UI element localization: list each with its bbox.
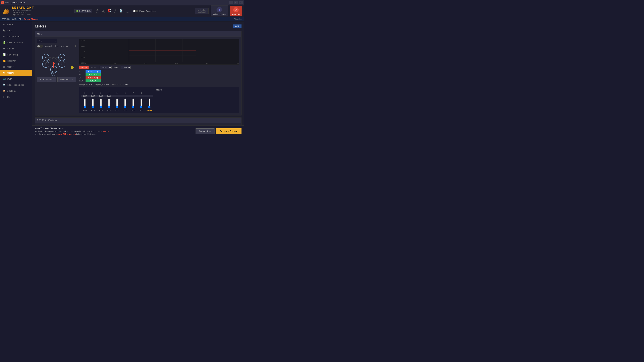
motor-bot-3: 1000 xyxy=(97,110,105,111)
app-icon: 🚁 xyxy=(1,1,4,4)
sensor-gyro[interactable]: ⚙ Gyro xyxy=(95,8,100,14)
motor-slider-6[interactable] xyxy=(124,98,126,108)
motors-sliders-panel: Motors 1 2 3 4 5 6 7 xyxy=(79,87,239,113)
sidebar-item-cli[interactable]: > CLI xyxy=(0,94,32,100)
motor-slider-2[interactable] xyxy=(92,98,94,108)
notice-line1: Moving the sliders or arming your craft … xyxy=(35,130,196,133)
configurator-version: Configurator: 10.9.0 (697943b) xyxy=(12,9,34,12)
sidebar-label-configuration: Configuration xyxy=(7,35,20,38)
update-firmware-button[interactable]: ⬇ Update Firmware xyxy=(211,5,228,16)
chart-area: 2000 1000 0 -1000 -2000 xyxy=(79,39,239,65)
motor-slider-1[interactable] xyxy=(84,98,86,108)
sidebar-item-power-battery[interactable]: 🔋 Power & Battery xyxy=(0,39,32,45)
firmware-version: Firmware: 4.3.2 BTFL xyxy=(12,12,34,14)
motor-num-1: 1 xyxy=(81,92,89,94)
motor-diagram-svg: 6 5 3 2 xyxy=(37,49,70,76)
motor-slider-master[interactable] xyxy=(148,98,150,108)
refresh-select[interactable]: 20 ms50 ms100 ms xyxy=(100,66,112,69)
sidebar-item-motors[interactable]: ⚙ Motors xyxy=(0,70,32,76)
y-axis-label: Y: xyxy=(79,73,84,76)
xyz-values: X: 0.24 ( 1.22) Y: -0.24 ( 1.46) Z: xyxy=(79,70,239,82)
voltage-display: 🔋 0.01V (USB) xyxy=(74,9,92,13)
motor-num-8: 8 xyxy=(137,92,145,94)
motor-slider-7[interactable] xyxy=(132,98,134,108)
maximize-button[interactable]: □ xyxy=(234,1,238,4)
stop-motors-button[interactable]: Stop motors xyxy=(196,128,214,134)
minimize-button[interactable]: — xyxy=(230,1,234,4)
slider-wrap-5 xyxy=(113,98,121,108)
sidebar-item-osd[interactable]: 📺 OSD xyxy=(0,76,32,82)
voltage-value: 0.01V (USB) xyxy=(79,10,90,12)
x-axis-labels: 0 50 100 150 200 250 xyxy=(85,63,239,64)
motor-numbers-row: 1 2 3 4 5 6 7 8 xyxy=(81,92,238,94)
sensor-gps[interactable]: 📡 GPS xyxy=(118,8,124,14)
x-100: 100 xyxy=(144,63,147,64)
motor-top-3: 1000 xyxy=(97,95,105,97)
mixer-select[interactable]: Y6 Quad X Hex X Octo X8 xyxy=(37,39,57,43)
svg-chart-container: 0 50 100 150 200 250 xyxy=(85,39,239,64)
mixer-buttons: Reorder motors Motor direction xyxy=(37,77,76,82)
bottom-bar: Motor Test Mode / Arming Notice: Moving … xyxy=(32,125,244,137)
sidebar-label-setup: Setup xyxy=(7,23,13,26)
sidebar-item-configuration[interactable]: ⚙ Configuration xyxy=(0,33,32,39)
sidebar-label-receiver: Receiver xyxy=(7,59,16,62)
esc-panel-header: ESC/Motor Features xyxy=(35,118,241,123)
reset-button[interactable]: RESET xyxy=(79,66,89,69)
voltage-tel-value: 0.01 V xyxy=(86,83,92,85)
sidebar-item-ports[interactable]: 🔌 Ports xyxy=(0,27,32,33)
sidebar-item-receiver[interactable]: 📻 Receiver xyxy=(0,58,32,64)
esc-features-panel: ESC/Motor Features DSHOT600 DSHOT300 DSH… xyxy=(35,117,242,125)
wiki-button[interactable]: WIKI xyxy=(233,24,242,28)
motor-bottom-values: 1000 1000 1000 1000 1000 1000 1000 1000 xyxy=(81,110,238,111)
status-bar: 2023-09-01 @19:42:51 — Arming Disabled S… xyxy=(0,17,244,21)
motor-slider-3[interactable] xyxy=(100,98,102,108)
sidebar-item-blackbox[interactable]: 📦 Blackbox xyxy=(0,88,32,94)
pid-icon: 📊 xyxy=(3,53,5,56)
motor-num-6: 6 xyxy=(121,92,129,94)
motor-slider-5[interactable] xyxy=(116,98,118,108)
close-button[interactable]: ✕ xyxy=(239,1,243,4)
sidebar-item-video-transmitter[interactable]: 📡 Video Transmitter xyxy=(0,82,32,88)
disconnect-button[interactable]: ✕ Disconnect xyxy=(230,6,242,16)
sidebar-item-presets[interactable]: ★ Presets xyxy=(0,45,32,52)
accel-label: Accel xyxy=(102,12,104,13)
motor-direction-toggle[interactable] xyxy=(37,45,43,48)
sidebar-item-pid-tuning[interactable]: 📊 PID Tuning xyxy=(0,52,32,58)
esc-panel-body: DSHOT600 DSHOT300 DSHOT150 MULTISHOT ONE… xyxy=(35,123,241,125)
amp-drawn-telemetry: Amp. drawn: 0 mAh xyxy=(112,83,128,85)
expert-mode-switch[interactable] xyxy=(133,10,138,12)
svg-text:3: 3 xyxy=(45,63,46,65)
mixer-layout: Y6 Quad X Hex X Octo X8 Motor direction … xyxy=(37,39,239,113)
save-reboot-button[interactable]: Save and Reboot xyxy=(216,128,242,134)
sensor-baro[interactable]: ⬆ Baro xyxy=(113,8,118,14)
update-firmware-icon: ⬇ xyxy=(216,7,222,12)
sensor-accel[interactable]: △ Accel xyxy=(100,8,106,14)
sidebar-item-modes[interactable]: 🎛 Modes xyxy=(0,64,32,70)
x-value: 0.24 ( 1.22) xyxy=(86,70,100,73)
slider-wrap-master xyxy=(146,98,153,108)
motor-direction-info-icon[interactable]: ℹ xyxy=(75,45,76,48)
svg-text:4: 4 xyxy=(53,72,54,75)
notice-title: Motor Test Mode / Arming Notice: xyxy=(35,127,196,130)
motor-slider-8[interactable] xyxy=(140,98,142,108)
sidebar-item-setup[interactable]: ⚙ Setup xyxy=(0,21,32,27)
x-150: 150 xyxy=(175,63,178,64)
sensor-mag[interactable]: 🧲 Mag xyxy=(106,8,112,14)
mag-icon: 🧲 xyxy=(108,9,111,12)
header-center: 🔋 0.01V (USB) ⚙ Gyro △ Accel 🧲 Mag ⬆ Bar… xyxy=(38,8,192,14)
motor-slider-4[interactable] xyxy=(108,98,110,108)
motor-top-7: - xyxy=(129,95,137,97)
motor-num-4: 4 xyxy=(105,92,113,94)
scale-select[interactable]: 200050010005000 xyxy=(121,66,131,69)
main-content: Motors WIKI Mixer Y6 Quad X Hex X xyxy=(32,21,244,125)
svg-text:6: 6 xyxy=(45,56,46,59)
reorder-motors-button[interactable]: Reorder motors xyxy=(37,77,56,82)
motor-num-7: 7 xyxy=(129,92,137,94)
voltage-label: Voltage: xyxy=(79,83,86,85)
disconnect-label: Disconnect xyxy=(232,13,240,15)
expert-mode-toggle[interactable]: Enable Expert Mode xyxy=(133,10,156,12)
expert-mode-label: Enable Expert Mode xyxy=(139,10,156,12)
motor-direction-button[interactable]: Motor direction xyxy=(57,77,76,82)
sensor-sonar[interactable]: 〰 Sonar xyxy=(124,8,130,14)
show-log-button[interactable]: Show Log xyxy=(234,18,242,20)
